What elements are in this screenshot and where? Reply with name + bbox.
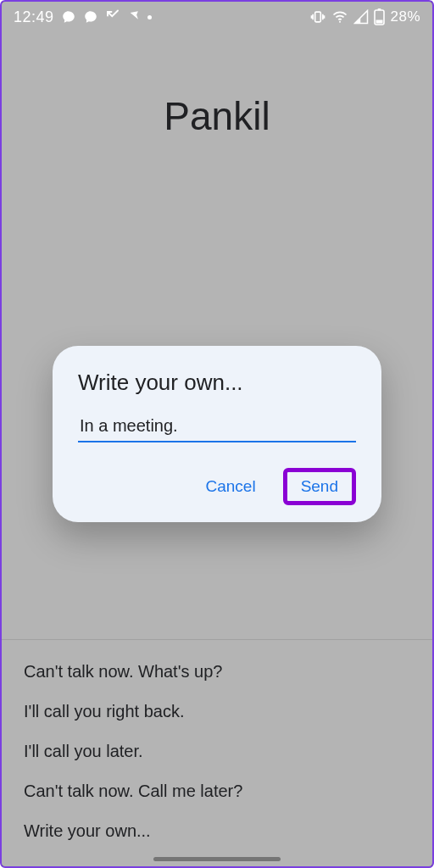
wifi-icon [331,8,348,25]
svg-point-1 [339,21,341,23]
more-notifications-icon [147,15,152,19]
nav-handle[interactable] [153,857,281,861]
quick-reply-item[interactable]: Write your own... [24,821,410,841]
battery-icon [374,8,385,25]
svg-rect-3 [378,8,381,10]
clock: 12:49 [14,8,54,26]
location-icon [127,10,141,24]
signal-icon [353,9,369,25]
phone-screen: Pankil Can't talk now. What's up? I'll c… [0,0,434,868]
dialog-actions: Cancel Send [78,468,356,505]
missed-call-icon [105,9,120,25]
quick-reply-item[interactable]: Can't talk now. What's up? [24,662,410,682]
battery-percent: 28% [390,8,420,25]
quick-reply-item[interactable]: Can't talk now. Call me later? [24,782,410,801]
cancel-button[interactable]: Cancel [193,470,267,503]
quick-reply-list: Can't talk now. What's up? I'll call you… [2,639,432,866]
quick-reply-item[interactable]: I'll call you later. [24,742,410,761]
chat-bubble-icon [83,9,98,25]
send-button[interactable]: Send [283,468,356,505]
custom-message-input[interactable] [78,413,356,442]
svg-rect-4 [376,20,383,24]
caller-name: Pankil [2,93,432,139]
status-bar: 12:49 [2,2,432,32]
svg-rect-0 [315,12,321,22]
chat-bubble-icon [61,9,76,25]
vibrate-icon [309,8,326,25]
quick-reply-item[interactable]: I'll call you right back. [24,702,410,721]
dialog-title: Write your own... [78,370,356,396]
write-your-own-dialog: Write your own... Cancel Send [53,346,381,522]
